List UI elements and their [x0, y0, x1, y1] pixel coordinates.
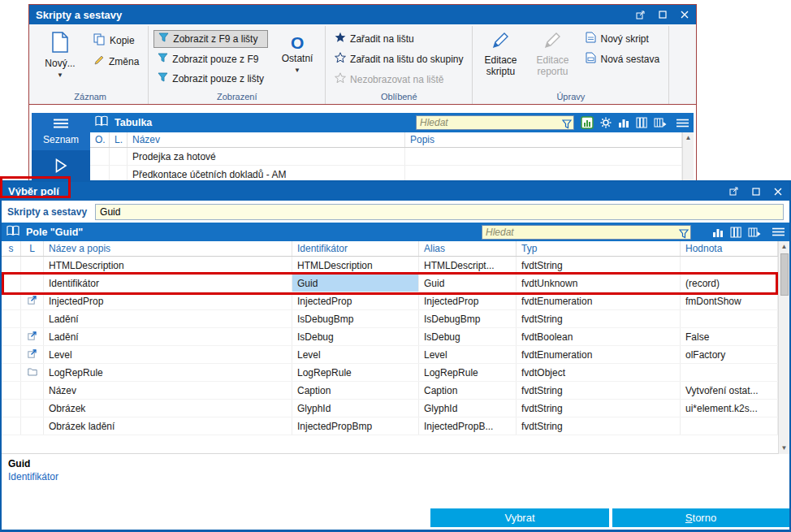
- cell-s: [2, 257, 21, 274]
- cell-l: [21, 400, 44, 417]
- bar-chart-icon[interactable]: [712, 227, 724, 238]
- maximize-icon[interactable]: [657, 10, 668, 20]
- table-row[interactable]: HTMLDescription HTMLDescription HTMLDesc…: [2, 257, 778, 275]
- context-row: Skripty a sestavy: [2, 201, 789, 223]
- new-document-icon: [51, 32, 69, 56]
- scroll-up-icon[interactable]: ▲: [781, 241, 788, 253]
- search-input[interactable]: [416, 115, 574, 130]
- chevron-down-icon: ▼: [57, 72, 63, 79]
- ribbon-group-label: Úpravy: [478, 90, 663, 104]
- sidebar-item-run[interactable]: [32, 150, 90, 184]
- copy-button-label: Kopie: [110, 35, 135, 46]
- show-f9-and-bar-button[interactable]: Zobrazit z F9 a lišty: [153, 30, 268, 48]
- show-only-bar-button[interactable]: Zobrazit pouze z lišty: [153, 71, 268, 87]
- restore-icon[interactable]: [635, 10, 646, 20]
- ribbon-group-oblibene: Zařadit na lištu Zařadit na lištu do sku…: [326, 26, 473, 104]
- scroll-down-icon[interactable]: ▼: [781, 443, 788, 454]
- menu-icon[interactable]: [772, 227, 785, 236]
- cell-type: fvdtObject: [517, 364, 681, 381]
- cancel-button[interactable]: Storno: [612, 508, 789, 527]
- cell-type: fvdtString: [517, 417, 681, 435]
- table-row[interactable]: InjectedProp InjectedProp InjectedProp f…: [2, 292, 778, 310]
- column-header-l[interactable]: L: [21, 241, 44, 256]
- gear-icon[interactable]: [600, 117, 612, 128]
- cell-identifier: GlyphId: [292, 400, 419, 417]
- column-header-nazev[interactable]: Název: [128, 132, 405, 147]
- new-report-button[interactable]: Nová sestava: [581, 50, 663, 67]
- table-row[interactable]: LogRepRule LogRepRule LogRepRule fvdtObj…: [2, 364, 778, 382]
- filter-f9-icon: [158, 53, 168, 66]
- main-content: Seznam Tabulka: [29, 113, 696, 184]
- context-value-input[interactable]: [95, 204, 784, 220]
- book-icon: [6, 225, 19, 240]
- column-header-alias[interactable]: Alias: [419, 241, 517, 256]
- copy-icon: [93, 33, 106, 48]
- dialog-titlebar: Výběr polí: [2, 182, 789, 201]
- scrollbar-thumb[interactable]: [780, 253, 789, 296]
- restore-icon[interactable]: [728, 186, 739, 197]
- context-label: Skripty a sestavy: [7, 206, 87, 218]
- copy-button[interactable]: Kopie: [89, 32, 143, 50]
- search-box: [482, 225, 691, 240]
- columns-icon[interactable]: [636, 117, 647, 128]
- cell-identifier: IsDebug: [292, 328, 419, 345]
- column-header-type[interactable]: Typ: [517, 241, 681, 256]
- filter-funnel-icon[interactable]: [562, 118, 572, 132]
- bar-chart-icon[interactable]: [618, 117, 629, 128]
- scroll-up-icon[interactable]: ▲: [685, 132, 692, 144]
- table-row-selected[interactable]: Identifikátor Guid Guid fvdtUnknown (rec…: [2, 275, 778, 292]
- vertical-scrollbar[interactable]: ▲: [682, 132, 694, 184]
- column-header-s[interactable]: s: [2, 241, 21, 256]
- edit-script-button[interactable]: Editace skriptu: [478, 28, 523, 87]
- table-row[interactable]: Obrázek GlyphId GlyphId fvdtString ui*el…: [2, 400, 778, 417]
- other-icon: O: [291, 32, 304, 51]
- show-only-f9-button[interactable]: Zobrazit pouze z F9: [153, 51, 268, 67]
- select-button[interactable]: Vybrat: [430, 508, 609, 527]
- column-header-popis[interactable]: Popis: [405, 132, 682, 147]
- main-table-area: Tabulka O. L. Název Pop: [90, 113, 694, 184]
- columns-icon[interactable]: [730, 227, 741, 238]
- column-header-o[interactable]: O.: [90, 132, 110, 147]
- table-row[interactable]: Level Level Level fvdtEnumeration olFact…: [2, 346, 778, 364]
- cell-value: False: [681, 328, 778, 345]
- new-button[interactable]: Nový... ▼: [37, 28, 83, 87]
- ribbon: Nový... ▼ Kopie Změna Záznam: [29, 24, 696, 105]
- column-header-identifier[interactable]: Identifikátor: [292, 241, 419, 256]
- sidebar-item-seznam[interactable]: Seznam: [32, 113, 90, 150]
- chart-panel-icon[interactable]: [581, 116, 594, 129]
- cell-o: [90, 148, 110, 165]
- new-script-button[interactable]: Nový skript: [581, 30, 663, 47]
- column-header-name[interactable]: Název a popis: [44, 241, 292, 256]
- cell-l: [21, 310, 44, 327]
- menu-icon[interactable]: [676, 119, 689, 128]
- cell-alias: IsDebug: [419, 328, 517, 345]
- table-row[interactable]: Prodejka za hotové: [90, 148, 682, 166]
- cell-name: Identifikátor: [44, 275, 292, 292]
- table-row[interactable]: Ladění IsDebug IsDebug fvdtBoolean False: [2, 328, 778, 346]
- cell-alias: InjectedPropB...: [419, 417, 517, 435]
- other-button[interactable]: O Ostatní ▼: [274, 28, 320, 87]
- table-row[interactable]: Obrázek ladění InjectedPropBmp InjectedP…: [2, 417, 778, 435]
- close-icon[interactable]: [772, 186, 783, 197]
- show-only-f9-label: Zobrazit pouze z F9: [172, 54, 258, 65]
- maximize-icon[interactable]: [750, 186, 761, 197]
- filter-funnel-icon[interactable]: [679, 227, 689, 242]
- close-icon[interactable]: [679, 10, 689, 20]
- add-to-bar-button[interactable]: Zařadit na lištu: [331, 30, 467, 47]
- search-input[interactable]: [482, 225, 691, 240]
- cell-value: [681, 310, 778, 327]
- cell-name: Ladění: [44, 328, 292, 345]
- table-row[interactable]: Název Caption Caption fvdtString Vytvoře…: [2, 382, 778, 400]
- pencil-icon: [93, 54, 105, 68]
- column-header-l[interactable]: L.: [110, 132, 128, 147]
- star-disabled-icon: [335, 72, 346, 86]
- play-icon: [54, 158, 67, 175]
- table-row[interactable]: Ladění IsDebugBmp IsDebugBmp fvdtString: [2, 310, 778, 328]
- vertical-scrollbar[interactable]: ▲ ▼: [778, 241, 789, 454]
- change-button[interactable]: Změna: [89, 53, 143, 70]
- table-export-icon[interactable]: [748, 227, 761, 238]
- main-window-title: Skripty a sestavy: [36, 9, 122, 21]
- table-export-icon[interactable]: [654, 117, 667, 128]
- add-to-bar-group-button[interactable]: Zařadit na lištu do skupiny: [331, 50, 467, 67]
- column-header-value[interactable]: Hodnota: [681, 241, 778, 256]
